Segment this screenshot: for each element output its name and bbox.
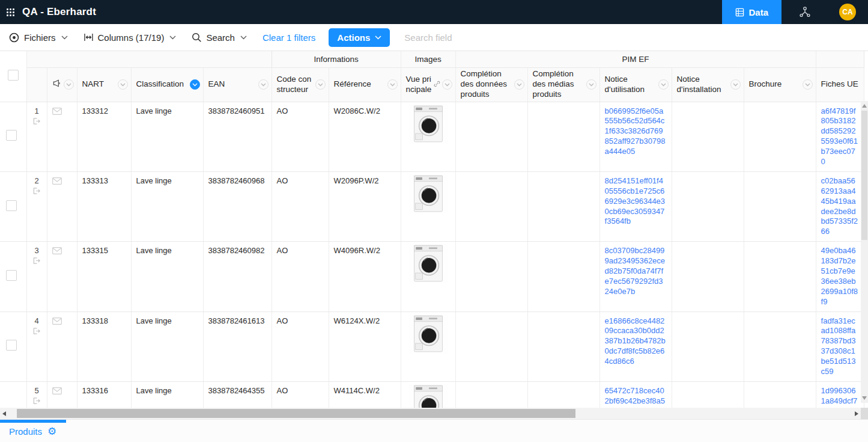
column-header-code-constructeur[interactable]: Code constructeur xyxy=(272,67,329,102)
scroll-left-arrow[interactable] xyxy=(2,411,6,416)
column-header-notice-installation[interactable]: Notice d'installation xyxy=(672,67,744,102)
fiches-ue-link[interactable]: 49e0ba46183d7b2e51cb7e9e36ee38eb2699a10f… xyxy=(816,242,864,311)
filter-icon[interactable] xyxy=(315,79,326,90)
open-record-icon[interactable] xyxy=(32,397,41,405)
network-icon[interactable] xyxy=(782,5,828,19)
filter-icon[interactable] xyxy=(118,79,128,90)
code-constructeur-cell: AO xyxy=(272,102,329,171)
filter-icon[interactable] xyxy=(387,79,398,90)
column-header-completion-donnees[interactable]: Complétion des données produits xyxy=(455,67,527,102)
scrollbar-corner xyxy=(861,408,868,419)
search-input[interactable] xyxy=(404,32,524,43)
horizontal-scroll-thumb[interactable] xyxy=(17,409,575,418)
notice-utilisation-link[interactable]: e16866c8ce448209ccaca30b0dd2387b1b26b478… xyxy=(600,312,672,371)
table-row: 2 133313 Lave linge 3838782460968 AO W20… xyxy=(0,171,864,241)
column-header-row: NART Classification EAN Code constructeu… xyxy=(0,67,864,102)
filter-icon[interactable] xyxy=(803,79,813,90)
column-width-icon xyxy=(83,32,94,42)
notice-utilisation-link[interactable]: 8d254151eff01f405556cb1e725c66929e3c9634… xyxy=(600,172,672,231)
notify-cell xyxy=(47,102,77,171)
nart-cell: 133313 xyxy=(77,171,131,241)
product-image[interactable] xyxy=(409,314,448,354)
classification-cell: Lave linge xyxy=(131,171,203,241)
filter-icon-active[interactable] xyxy=(190,79,200,90)
avatar[interactable]: CA xyxy=(839,4,856,20)
select-all-checkbox[interactable] xyxy=(8,70,19,81)
brochure-cell xyxy=(744,102,816,171)
completion-donnees-cell xyxy=(455,242,527,312)
chevron-down-icon xyxy=(169,35,176,40)
column-header-announce[interactable] xyxy=(47,67,77,102)
row-number-cell: 3 xyxy=(26,242,47,312)
ean-cell: 3838782460982 xyxy=(203,242,272,312)
horizontal-scrollbar[interactable] xyxy=(0,408,868,419)
column-header-notice-utilisation[interactable]: Notice d'utilisation xyxy=(599,67,672,102)
product-image[interactable] xyxy=(409,174,448,213)
column-header-completion-medias[interactable]: Complétion des médias produits xyxy=(527,67,599,102)
code-constructeur-cell: AO xyxy=(272,312,329,381)
vue-principale-cell xyxy=(401,171,455,241)
gear-icon[interactable]: ⚙ xyxy=(47,426,56,437)
filter-icon[interactable] xyxy=(514,79,524,90)
fiches-ue-link[interactable]: a6f47819f805b3182dd5852925593e0f61b73eec… xyxy=(816,102,864,171)
open-record-icon[interactable] xyxy=(32,187,41,195)
fichiers-menu[interactable]: Fichiers xyxy=(8,32,68,43)
notice-installation-cell xyxy=(672,171,744,241)
filter-icon[interactable] xyxy=(658,79,669,90)
scroll-up-arrow[interactable] xyxy=(862,104,867,108)
vertical-scroll-thumb[interactable] xyxy=(861,111,867,240)
scroll-right-arrow[interactable] xyxy=(855,411,858,416)
notice-installation-cell xyxy=(672,312,744,381)
column-header-reference[interactable]: Référence xyxy=(329,67,401,102)
filter-icon[interactable] xyxy=(442,79,452,90)
washing-machine-image xyxy=(409,314,448,354)
fiches-ue-link[interactable]: c02baa5662913aa445b419aadee2be8dbd57335f… xyxy=(816,172,864,241)
columns-menu[interactable]: Columns (17/19) xyxy=(83,32,177,43)
brochure-cell xyxy=(744,242,816,312)
filter-icon[interactable] xyxy=(730,79,741,90)
column-header-brochure[interactable]: Brochure xyxy=(744,67,816,102)
bottom-tabbar: Produits ⚙ 1 25 / page (5) Zoom: 100% − … xyxy=(0,419,868,442)
column-header-classification[interactable]: Classification xyxy=(131,67,203,102)
search-menu[interactable]: Search xyxy=(192,32,247,43)
product-image[interactable] xyxy=(409,244,448,283)
column-header-fiches-ue[interactable]: Fiches UE xyxy=(816,67,864,102)
vertical-scrollbar[interactable] xyxy=(861,101,868,403)
completion-medias-cell xyxy=(527,242,599,312)
actions-button[interactable]: Actions xyxy=(329,28,390,47)
open-record-icon[interactable] xyxy=(32,257,41,265)
row-checkbox[interactable] xyxy=(6,130,17,141)
row-checkbox[interactable] xyxy=(6,340,17,351)
column-header-nart[interactable]: NART xyxy=(77,67,131,102)
brochure-cell xyxy=(744,312,816,381)
filter-icon[interactable] xyxy=(258,79,269,90)
fiches-ue-cell: c02baa5662913aa445b419aadee2be8dbd57335f… xyxy=(816,171,864,241)
filter-icon[interactable] xyxy=(586,79,596,90)
open-record-icon[interactable] xyxy=(32,327,41,335)
clear-filters-link[interactable]: Clear 1 filters xyxy=(263,32,315,43)
washing-machine-image xyxy=(409,104,448,144)
scroll-down-arrow[interactable] xyxy=(862,396,867,400)
fiches-ue-link[interactable]: fadfa31ecad1088ffa78387bd337d308c1be51d5… xyxy=(816,312,864,381)
product-image[interactable] xyxy=(409,104,448,144)
completion-medias-cell xyxy=(527,171,599,241)
chevron-down-icon xyxy=(240,35,247,40)
filter-icon[interactable] xyxy=(64,79,74,90)
row-checkbox[interactable] xyxy=(6,200,17,211)
notify-cell xyxy=(47,312,77,381)
actions-label: Actions xyxy=(337,32,370,43)
reference-cell: W2086C.W/2 xyxy=(329,102,401,171)
completion-donnees-cell xyxy=(455,171,527,241)
tab-produits[interactable]: Produits ⚙ xyxy=(9,426,56,437)
table-row: 3 133315 Lave linge 3838782460982 AO W40… xyxy=(0,242,864,312)
app-launcher-grid-icon[interactable] xyxy=(7,8,14,16)
row-checkbox[interactable] xyxy=(6,270,17,281)
data-nav-button[interactable]: Data xyxy=(722,0,782,24)
column-header-vue-principale[interactable]: Vue principale xyxy=(401,67,455,102)
open-record-icon[interactable] xyxy=(32,117,41,125)
notice-utilisation-link[interactable]: b0669952f6e05a555b56c52d564c1f633c3826d7… xyxy=(600,102,672,161)
notice-utilisation-cell: 8c03709bc284999ad23495362eced82b75f0da74… xyxy=(599,242,672,312)
column-header-ean[interactable]: EAN xyxy=(203,67,272,102)
notice-utilisation-link[interactable]: 8c03709bc284999ad23495362eced82b75f0da74… xyxy=(600,242,672,301)
vue-principale-cell xyxy=(401,102,455,171)
